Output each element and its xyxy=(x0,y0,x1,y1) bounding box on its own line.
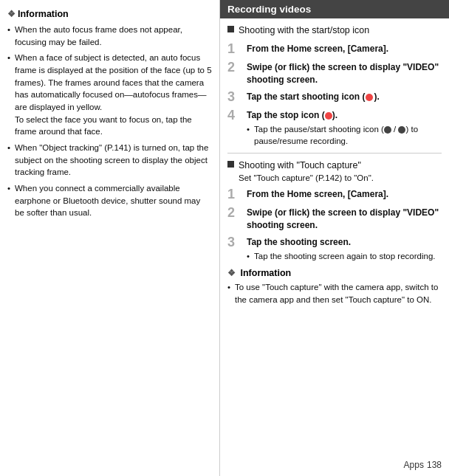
step-text: Swipe (or flick) the screen to display "… xyxy=(247,60,442,86)
divider xyxy=(227,153,442,154)
apps-label: Apps xyxy=(404,460,424,470)
list-item: When you connect a commercially availabl… xyxy=(7,182,212,219)
right-column: Recording videos Shooting with the start… xyxy=(220,0,449,476)
start-stop-title: Shooting with the start/stop icon xyxy=(239,24,369,38)
step-number: 4 xyxy=(227,108,242,124)
recording-header: Recording videos xyxy=(220,0,449,18)
footer: Apps 138 xyxy=(404,460,442,470)
diamond-icon: ❖ xyxy=(7,9,16,19)
step-text: Swipe (or flick) the screen to display "… xyxy=(247,205,442,232)
left-column: ❖ Information When the auto focus frame … xyxy=(0,0,220,476)
step-text: From the Home screen, [Camera]. xyxy=(247,41,388,55)
touch-capture-heading: Shooting with "Touch capture" Set "Touch… xyxy=(227,159,442,183)
step-number: 1 xyxy=(227,41,242,58)
step-number: 2 xyxy=(227,60,242,76)
information-list: When the auto focus frame does not appea… xyxy=(7,24,212,219)
list-item: When a face of subject is detected, an a… xyxy=(7,52,212,138)
touch-capture-section: Shooting with "Touch capture" Set "Touch… xyxy=(227,159,442,262)
step-1: 1 From the Home screen, [Camera]. xyxy=(227,41,442,58)
step-number: 3 xyxy=(227,235,242,251)
pause-icon xyxy=(384,126,391,134)
step-text: From the Home screen, [Camera]. xyxy=(247,187,388,201)
start-stop-steps: 1 From the Home screen, [Camera]. 2 Swip… xyxy=(227,41,442,148)
step-2: 2 Swipe (or flick) the screen to display… xyxy=(227,60,442,86)
square-icon xyxy=(227,26,234,32)
info-heading: Information xyxy=(240,268,291,278)
start-stop-heading: Shooting with the start/stop icon xyxy=(227,24,442,38)
page-number: 138 xyxy=(427,460,442,470)
touch-capture-title: Shooting with "Touch capture" xyxy=(239,160,361,170)
step-3: 3 Tap the start shooting icon (). xyxy=(227,89,442,106)
red-circle-icon xyxy=(366,94,373,101)
diamond-icon: ❖ xyxy=(227,268,236,278)
step-text: Tap the stop icon (). Tap the pause/star… xyxy=(247,108,442,147)
step-number: 1 xyxy=(227,187,242,203)
touch-step-2: 2 Swipe (or flick) the screen to display… xyxy=(227,205,442,232)
sub-bullet: Tap the shooting screen again to stop re… xyxy=(247,250,436,262)
step-text: Tap the shooting screen. Tap the shootin… xyxy=(247,235,436,262)
info-list: To use "Touch capture" with the camera a… xyxy=(227,281,442,306)
recording-title: Recording videos xyxy=(227,4,311,15)
list-item: When the auto focus frame does not appea… xyxy=(7,24,212,48)
step-number: 3 xyxy=(227,89,242,106)
sub-bullet: Tap the pause/start shooting icon ( / ) … xyxy=(247,123,442,147)
list-item: To use "Touch capture" with the camera a… xyxy=(227,281,442,306)
info-title: ❖ Information xyxy=(227,268,442,278)
step-number: 2 xyxy=(227,205,242,221)
info-section: ❖ Information To use "Touch capture" wit… xyxy=(227,268,442,306)
touch-step-3: 3 Tap the shooting screen. Tap the shoot… xyxy=(227,235,442,262)
stop-icon xyxy=(325,112,332,120)
touch-capture-title-block: Shooting with "Touch capture" Set "Touch… xyxy=(239,159,374,183)
touch-capture-subtitle: Set "Touch capture" (P.142) to "On". xyxy=(239,173,374,182)
information-title: Information xyxy=(18,9,69,19)
square-icon xyxy=(227,161,234,168)
list-item: When "Object tracking" (P.141) is turned… xyxy=(7,142,212,179)
step-text: Tap the start shooting icon (). xyxy=(247,89,380,103)
touch-capture-steps: 1 From the Home screen, [Camera]. 2 Swip… xyxy=(227,187,442,262)
touch-step-1: 1 From the Home screen, [Camera]. xyxy=(227,187,442,203)
left-section-title: ❖ Information xyxy=(7,9,212,19)
start-stop-section: Shooting with the start/stop icon 1 From… xyxy=(227,24,442,147)
start-icon xyxy=(398,126,405,134)
step-4: 4 Tap the stop icon (). Tap the pause/st… xyxy=(227,108,442,147)
right-content: Shooting with the start/stop icon 1 From… xyxy=(220,24,449,306)
